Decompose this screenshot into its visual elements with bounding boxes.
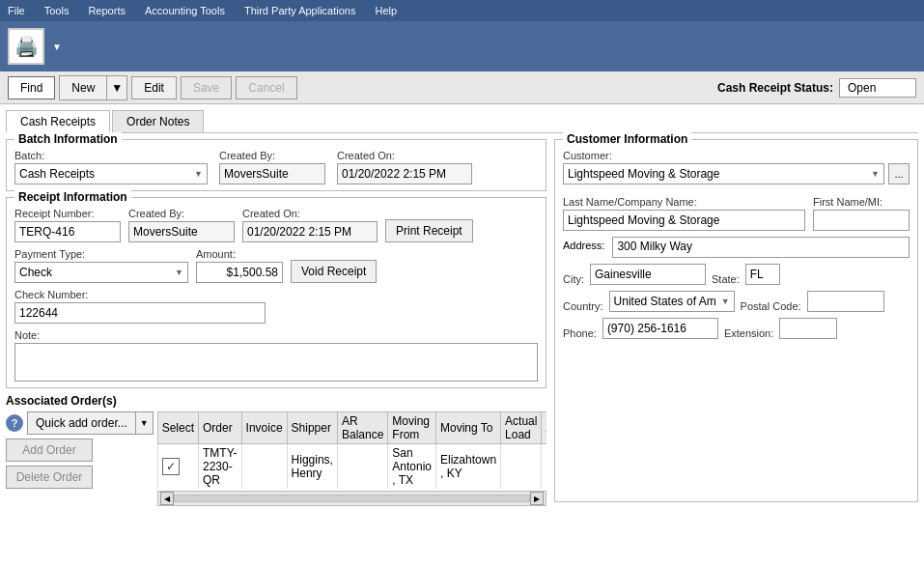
receipt-created-on-field: Created On: — [242, 208, 378, 242]
last-name-field: Last Name/Company Name: — [563, 196, 805, 231]
customer-value: Lightspeed Moving & Storage — [568, 167, 719, 181]
col-actual-load: Actual Load — [501, 412, 542, 444]
receipt-created-by-input — [128, 221, 235, 242]
row-moving-to: Elizahtown , KY — [436, 444, 501, 490]
customer-content: Customer: Lightspeed Moving & Storage ▼ … — [563, 150, 910, 339]
receipt-content: Receipt Number: Created By: Created On: … — [14, 208, 538, 382]
menu-file[interactable]: File — [4, 3, 29, 18]
menu-accounting-tools[interactable]: Accounting Tools — [141, 3, 229, 18]
menu-help[interactable]: Help — [371, 3, 401, 18]
last-name-input[interactable] — [563, 210, 805, 231]
menu-reports[interactable]: Reports — [84, 3, 129, 18]
postal-row: Country: United States of Am ▼ Postal Co… — [563, 291, 910, 312]
button-toolbar: Find New ▼ Edit Save Cancel Cash Receipt… — [0, 71, 924, 104]
customer-more-button[interactable]: ... — [888, 163, 910, 184]
scroll-right-button[interactable]: ▶ — [530, 492, 544, 505]
batch-content: Batch: Cash Receipts ▼ Created By: Creat… — [14, 150, 538, 184]
col-ar-balance: AR Balance — [337, 412, 387, 444]
app-dropdown-arrow[interactable]: ▼ — [52, 42, 62, 52]
orders-scroll-area[interactable]: Select Order Invoice Shipper AR Balance … — [157, 411, 546, 489]
horizontal-scrollbar[interactable]: ◀ ▶ — [157, 491, 546, 506]
phone-input[interactable] — [602, 318, 718, 339]
menu-third-party[interactable]: Third Party Applications — [240, 3, 360, 18]
row-moving-from: San Antonio , TX — [388, 444, 436, 490]
note-label: Note: — [14, 329, 538, 341]
row-select-cell[interactable]: ✓ — [157, 444, 198, 490]
payment-type-arrow: ▼ — [175, 268, 183, 277]
print-receipt-button[interactable]: Print Receipt — [385, 219, 473, 242]
postal-code-input[interactable] — [807, 291, 884, 312]
first-name-input[interactable] — [813, 210, 910, 231]
check-number-label: Check Number: — [14, 289, 266, 300]
row-checkbox[interactable]: ✓ — [162, 458, 180, 475]
associated-orders-title: Associated Order(s) — [6, 394, 546, 408]
add-order-button[interactable]: Add Order — [6, 439, 93, 462]
customer-select[interactable]: Lightspeed Moving & Storage ▼ — [563, 163, 884, 184]
name-row: Last Name/Company Name: First Name/MI: — [563, 196, 910, 231]
check-number-field: Check Number: — [14, 289, 266, 324]
void-receipt-button[interactable]: Void Receipt — [291, 260, 377, 283]
first-name-field: First Name/MI: — [813, 196, 910, 231]
amount-input[interactable] — [196, 262, 283, 283]
app-toolbar: 🖨️ ▼ — [0, 21, 924, 71]
save-button[interactable]: Save — [181, 76, 232, 99]
row-actual-extra — [542, 444, 546, 490]
new-button[interactable]: New — [60, 76, 106, 99]
receipt-info-group: Receipt Information Receipt Number: Crea… — [6, 197, 546, 388]
created-on-field: Created On: — [337, 150, 472, 184]
row-order: TMTY-2230-QR — [199, 444, 242, 490]
tab-cash-receipts[interactable]: Cash Receipts — [6, 110, 110, 133]
quick-add-arrow: ▼ — [135, 412, 153, 434]
find-button[interactable]: Find — [8, 76, 55, 99]
customer-label: Customer: — [563, 150, 910, 161]
col-shipper: Shipper — [287, 412, 337, 444]
address-label: Address: — [563, 237, 604, 251]
quick-add-button[interactable]: Quick add order... ▼ — [27, 411, 154, 435]
city-state-row: City: State: — [563, 264, 910, 285]
note-textarea[interactable] — [14, 343, 538, 382]
receipt-row1: Receipt Number: Created By: Created On: … — [14, 208, 538, 242]
col-select: Select — [157, 412, 198, 444]
country-arrow: ▼ — [721, 297, 730, 306]
cancel-button[interactable]: Cancel — [236, 76, 296, 99]
amount-field: Amount: — [196, 248, 283, 283]
status-value: Open — [839, 78, 916, 98]
row-ar-balance — [337, 444, 387, 490]
batch-label: Batch: — [14, 150, 208, 161]
help-icon[interactable]: ? — [6, 414, 23, 432]
receipt-number-input[interactable] — [14, 221, 121, 242]
extension-input[interactable] — [779, 318, 837, 339]
scroll-left-button[interactable]: ◀ — [160, 492, 174, 505]
table-row: ✓ TMTY-2230-QR Higgins, Henry San Antoni… — [157, 444, 546, 490]
new-dropdown-arrow[interactable]: ▼ — [106, 76, 126, 99]
payment-type-select[interactable]: Check ▼ — [14, 262, 188, 283]
created-on-label: Created On: — [337, 150, 472, 161]
menu-bar: File Tools Reports Accounting Tools Thir… — [0, 0, 924, 21]
edit-button[interactable]: Edit — [131, 76, 177, 99]
col-order: Order — [199, 412, 242, 444]
tab-bar: Cash Receipts Order Notes — [6, 110, 918, 133]
city-label: City: — [563, 273, 584, 285]
postal-code-label: Postal Code: — [741, 300, 801, 312]
created-on-input[interactable] — [337, 163, 472, 184]
phone-label: Phone: — [563, 327, 597, 339]
tab-order-notes[interactable]: Order Notes — [112, 110, 204, 132]
receipt-info-title: Receipt Information — [14, 190, 131, 204]
country-select[interactable]: United States of Am ▼ — [609, 291, 735, 312]
check-number-input[interactable] — [14, 302, 266, 324]
menu-tools[interactable]: Tools — [41, 3, 73, 18]
created-by-input[interactable] — [219, 163, 325, 184]
scroll-track[interactable] — [174, 495, 530, 502]
right-column: Customer Information Customer: Lightspee… — [554, 139, 918, 506]
created-by-field: Created By: — [219, 150, 325, 184]
city-input[interactable] — [590, 264, 706, 285]
associated-orders-section: Associated Order(s) ? Quick add order...… — [6, 394, 546, 506]
orders-table-body: ✓ TMTY-2230-QR Higgins, Henry San Antoni… — [157, 444, 546, 490]
state-label: State: — [712, 273, 740, 285]
receipt-number-field: Receipt Number: — [14, 208, 121, 242]
receipt-row3: Check Number: — [14, 289, 538, 324]
payment-type-value: Check — [19, 266, 52, 279]
batch-select[interactable]: Cash Receipts ▼ — [14, 163, 208, 184]
state-input[interactable] — [745, 264, 780, 285]
delete-order-button[interactable]: Delete Order — [6, 466, 93, 489]
